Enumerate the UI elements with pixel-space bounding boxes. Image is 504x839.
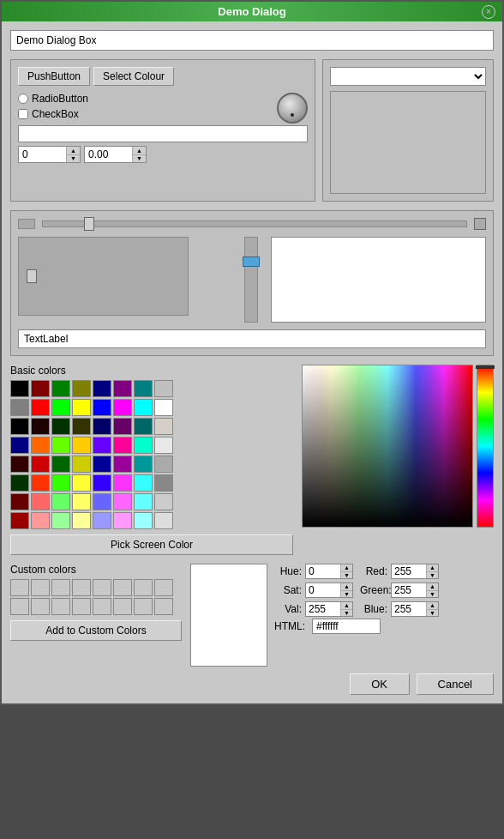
basic-color-cell[interactable] [93,493,111,510]
basic-color-cell[interactable] [134,474,153,492]
basic-color-cell[interactable] [31,418,50,435]
green-input[interactable] [392,583,426,597]
basic-color-cell[interactable] [154,399,173,416]
red-up[interactable]: ▲ [427,564,438,572]
custom-color-cell[interactable] [154,598,173,615]
basic-color-cell[interactable] [72,418,91,435]
basic-color-cell[interactable] [72,399,91,416]
basic-color-cell[interactable] [113,512,132,529]
custom-color-cell[interactable] [51,598,70,615]
basic-color-cell[interactable] [31,380,50,397]
custom-color-cell[interactable] [51,579,70,596]
basic-color-cell[interactable] [154,493,173,510]
basic-color-cell[interactable] [51,456,70,473]
custom-color-cell[interactable] [113,598,132,615]
select-colour-button[interactable]: Select Colour [93,67,174,86]
basic-color-cell[interactable] [51,474,70,492]
basic-color-cell[interactable] [154,380,173,397]
custom-color-cell[interactable] [134,579,153,596]
basic-color-cell[interactable] [51,380,70,397]
vertical-slider[interactable] [244,237,258,323]
custom-color-cell[interactable] [31,598,50,615]
hue-input[interactable] [306,564,340,578]
basic-color-cell[interactable] [154,512,173,529]
spin-float-input[interactable] [85,147,132,162]
basic-color-cell[interactable] [51,399,70,416]
basic-color-cell[interactable] [113,418,132,435]
basic-color-cell[interactable] [134,418,153,435]
horizontal-slider[interactable] [42,220,467,227]
spin-int-down[interactable]: ▼ [67,155,80,163]
custom-color-cell[interactable] [93,598,111,615]
basic-color-cell[interactable] [154,418,173,435]
red-down[interactable]: ▼ [427,572,438,579]
basic-color-cell[interactable] [113,456,132,473]
spin-int-up[interactable]: ▲ [67,147,80,155]
dialog-text-input[interactable] [10,30,494,51]
custom-color-cell[interactable] [10,579,29,596]
custom-color-cell[interactable] [31,579,50,596]
knob[interactable] [277,93,308,124]
basic-color-cell[interactable] [72,456,91,473]
sat-down[interactable]: ▼ [341,591,352,598]
basic-color-cell[interactable] [51,418,70,435]
close-button[interactable]: × [482,5,495,19]
blue-input[interactable] [392,602,426,616]
basic-color-cell[interactable] [10,418,29,435]
checkbox-input[interactable] [18,109,28,119]
basic-color-cell[interactable] [113,493,132,510]
basic-color-cell[interactable] [10,474,29,492]
basic-color-cell[interactable] [134,380,153,397]
basic-color-cell[interactable] [10,493,29,510]
basic-color-cell[interactable] [31,493,50,510]
basic-color-cell[interactable] [134,493,153,510]
basic-color-cell[interactable] [134,437,153,454]
basic-color-cell[interactable] [72,493,91,510]
basic-color-cell[interactable] [93,474,111,492]
basic-color-cell[interactable] [93,399,111,416]
basic-color-cell[interactable] [93,380,111,397]
basic-color-cell[interactable] [31,512,50,529]
basic-color-cell[interactable] [134,399,153,416]
val-input[interactable] [306,602,340,616]
basic-color-cell[interactable] [93,512,111,529]
basic-color-cell[interactable] [31,437,50,454]
sat-up[interactable]: ▲ [341,583,352,591]
green-down[interactable]: ▼ [427,591,438,598]
basic-color-cell[interactable] [31,399,50,416]
custom-color-cell[interactable] [10,598,29,615]
radio-button-input[interactable] [18,94,28,104]
basic-color-cell[interactable] [10,380,29,397]
basic-color-cell[interactable] [10,437,29,454]
val-up[interactable]: ▲ [341,602,352,610]
blue-up[interactable]: ▲ [427,602,438,610]
custom-color-cell[interactable] [72,579,91,596]
dropdown-select[interactable] [330,67,486,86]
basic-color-cell[interactable] [113,474,132,492]
basic-color-cell[interactable] [51,493,70,510]
basic-color-cell[interactable] [113,437,132,454]
basic-color-cell[interactable] [113,399,132,416]
red-input[interactable] [392,564,426,578]
basic-color-cell[interactable] [113,380,132,397]
basic-color-cell[interactable] [134,512,153,529]
blue-down[interactable]: ▼ [427,610,438,617]
basic-color-cell[interactable] [72,512,91,529]
ok-button[interactable]: OK [350,673,410,695]
basic-color-cell[interactable] [154,437,173,454]
spin-int-input[interactable] [19,147,66,162]
val-down[interactable]: ▼ [341,610,352,617]
basic-color-cell[interactable] [134,456,153,473]
push-button[interactable]: PushButton [18,67,90,86]
basic-color-cell[interactable] [31,456,50,473]
basic-color-cell[interactable] [72,380,91,397]
basic-color-cell[interactable] [154,456,173,473]
custom-color-cell[interactable] [93,579,111,596]
hue-strip[interactable] [477,365,494,528]
custom-color-cell[interactable] [134,598,153,615]
spin-float-up[interactable]: ▲ [133,147,146,155]
basic-color-cell[interactable] [154,474,173,492]
custom-color-cell[interactable] [113,579,132,596]
basic-color-cell[interactable] [93,418,111,435]
custom-color-cell[interactable] [72,598,91,615]
